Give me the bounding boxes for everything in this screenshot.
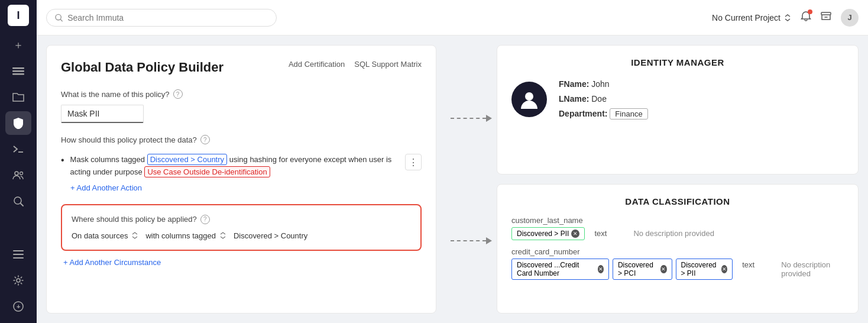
tag-input-2c[interactable]: Discovered > PII ✕ bbox=[676, 259, 733, 280]
tag-value-1: Discovered > PII bbox=[517, 230, 569, 238]
dept-value: Finance bbox=[610, 108, 647, 119]
multi-tags: Discovered ...Credit Card Number ✕ Disco… bbox=[511, 259, 733, 280]
add-certification-link[interactable]: Add Certification bbox=[289, 60, 345, 69]
identity-content: FName: John LName: Doe Department: Finan… bbox=[511, 77, 844, 122]
circumstance-box: Where should this policy be applied? ? O… bbox=[61, 204, 422, 251]
chevron-up-down-icon bbox=[784, 14, 791, 22]
classification-content: customer_last_name Discovered > PII ✕ te… bbox=[511, 216, 844, 280]
rule-text: Mask columns tagged Discovered > Country… bbox=[70, 154, 399, 179]
left-panel: Global Data Policy Builder Add Certifica… bbox=[46, 45, 436, 314]
svg-rect-8 bbox=[13, 250, 24, 251]
identity-manager-card: IDENTITY MANAGER FName: John LName: bbox=[497, 45, 859, 175]
dept-label: Department: bbox=[559, 109, 607, 118]
sidebar-item-shield[interactable] bbox=[5, 111, 31, 135]
datasource-label: On data sources bbox=[72, 231, 128, 240]
search-input[interactable] bbox=[67, 13, 268, 22]
chevron-up-down-icon-2 bbox=[131, 232, 138, 239]
fname-value: John bbox=[591, 79, 609, 89]
user-avatar[interactable]: J bbox=[841, 9, 859, 27]
sidebar-item-list[interactable] bbox=[5, 243, 31, 266]
tag-input-2a[interactable]: Discovered ...Credit Card Number ✕ bbox=[511, 259, 609, 280]
fname-label: FName: bbox=[559, 79, 589, 89]
columns-tagged-dropdown[interactable]: with columns tagged bbox=[145, 231, 226, 240]
identity-manager-title: IDENTITY MANAGER bbox=[511, 57, 844, 67]
sidebar-item-plus[interactable]: ＋ bbox=[5, 33, 31, 57]
sidebar-item-people[interactable] bbox=[5, 163, 31, 187]
lname-row: LName: Doe bbox=[559, 92, 648, 106]
tag-value-2a: Discovered ...Credit Card Number bbox=[517, 261, 595, 277]
rule-text-after: using hashing bbox=[229, 155, 277, 164]
arrow-column bbox=[446, 45, 497, 314]
notification-dot bbox=[808, 9, 812, 14]
svg-text:+: + bbox=[17, 303, 20, 310]
sidebar-item-terminal[interactable] bbox=[5, 137, 31, 161]
circumstance-help-icon[interactable]: ? bbox=[200, 215, 210, 224]
tagged-label: with columns tagged bbox=[145, 231, 216, 240]
content: Global Data Policy Builder Add Certifica… bbox=[37, 35, 868, 323]
svg-rect-2 bbox=[12, 73, 24, 75]
rule-purpose-tag[interactable]: Use Case Outside De-identification bbox=[144, 166, 270, 177]
project-label: No Current Project bbox=[712, 13, 780, 22]
policy-name-help-icon[interactable]: ? bbox=[173, 89, 183, 99]
tag-remove-2a[interactable]: ✕ bbox=[598, 265, 604, 273]
data-classification-title: DATA CLASSIFICATION bbox=[511, 196, 844, 206]
tag-value-2b: Discovered > PCI bbox=[618, 261, 658, 277]
search-box[interactable] bbox=[46, 9, 277, 27]
tag-input-2b[interactable]: Discovered > PCI ✕ bbox=[613, 259, 672, 280]
svg-rect-9 bbox=[13, 254, 24, 255]
circumstance-tag-value: Discovered > Country bbox=[234, 231, 307, 240]
tag-remove-1[interactable]: ✕ bbox=[571, 230, 579, 238]
tag-value-2c: Discovered > PII bbox=[681, 261, 719, 277]
svg-point-5 bbox=[20, 172, 23, 175]
tag-remove-2c[interactable]: ✕ bbox=[721, 265, 727, 273]
rule-menu-button[interactable]: ⋮ bbox=[405, 154, 422, 170]
col-name-label-2: credit_card_number bbox=[511, 247, 733, 256]
dept-row: Department: Finance bbox=[559, 106, 648, 121]
avatar-circle bbox=[511, 82, 547, 117]
notification-bell-icon[interactable] bbox=[801, 11, 811, 24]
outer-layout: IDENTITY MANAGER FName: John LName: bbox=[446, 45, 859, 314]
right-panels: IDENTITY MANAGER FName: John LName: bbox=[497, 45, 859, 314]
svg-point-6 bbox=[14, 197, 21, 204]
svg-point-11 bbox=[17, 279, 20, 282]
sidebar-item-folder[interactable] bbox=[5, 85, 31, 109]
circumstance-label: Where should this policy be applied? ? bbox=[72, 215, 411, 224]
policy-name-input[interactable] bbox=[61, 105, 144, 123]
chevron-up-down-icon-3 bbox=[219, 232, 226, 239]
col-name-2: credit_card_number Discovered ...Credit … bbox=[511, 247, 733, 280]
sidebar-item-settings[interactable] bbox=[5, 269, 31, 292]
svg-point-4 bbox=[15, 172, 18, 175]
identity-fields: FName: John LName: Doe Department: Finan… bbox=[559, 77, 648, 122]
sidebar-item-search[interactable] bbox=[5, 189, 31, 213]
add-circumstance-link[interactable]: + Add Another Circumstance bbox=[61, 258, 422, 267]
tag-input-1[interactable]: Discovered > PII ✕ bbox=[511, 227, 585, 240]
archive-icon[interactable] bbox=[821, 11, 831, 24]
protect-help-icon[interactable]: ? bbox=[200, 135, 210, 144]
svg-point-18 bbox=[525, 92, 533, 101]
add-action-link[interactable]: + Add Another Action bbox=[61, 183, 422, 192]
protect-label: How should this policy protect the data?… bbox=[61, 135, 422, 144]
col-name-1: customer_last_name Discovered > PII ✕ bbox=[511, 216, 585, 240]
col-desc-1: No description provided bbox=[633, 216, 714, 238]
topbar: No Current Project J bbox=[37, 0, 868, 35]
policy-name-label: What is the name of this policy? ? bbox=[61, 89, 422, 99]
dashed-line-1 bbox=[451, 118, 486, 119]
arrow-head-2 bbox=[486, 237, 492, 244]
tag-remove-2b[interactable]: ✕ bbox=[660, 265, 666, 273]
col-desc-2: No description provided bbox=[781, 247, 844, 278]
datasource-dropdown[interactable]: On data sources bbox=[72, 231, 138, 240]
sidebar-item-layers[interactable] bbox=[5, 59, 31, 83]
arrow-head-1 bbox=[486, 115, 492, 122]
svg-rect-1 bbox=[12, 70, 24, 72]
svg-rect-10 bbox=[13, 257, 24, 259]
data-row-1: customer_last_name Discovered > PII ✕ te… bbox=[511, 216, 844, 240]
rule-tag[interactable]: Discovered > Country bbox=[147, 154, 227, 165]
panel-title: Global Data Policy Builder bbox=[61, 60, 224, 75]
project-selector[interactable]: No Current Project bbox=[712, 13, 791, 22]
svg-rect-16 bbox=[821, 12, 831, 15]
sql-support-link[interactable]: SQL Support Matrix bbox=[354, 60, 422, 69]
topbar-right: No Current Project J bbox=[712, 9, 859, 27]
arrow-1 bbox=[451, 115, 492, 122]
sidebar-item-help[interactable]: + bbox=[5, 295, 31, 318]
svg-line-7 bbox=[21, 204, 23, 206]
